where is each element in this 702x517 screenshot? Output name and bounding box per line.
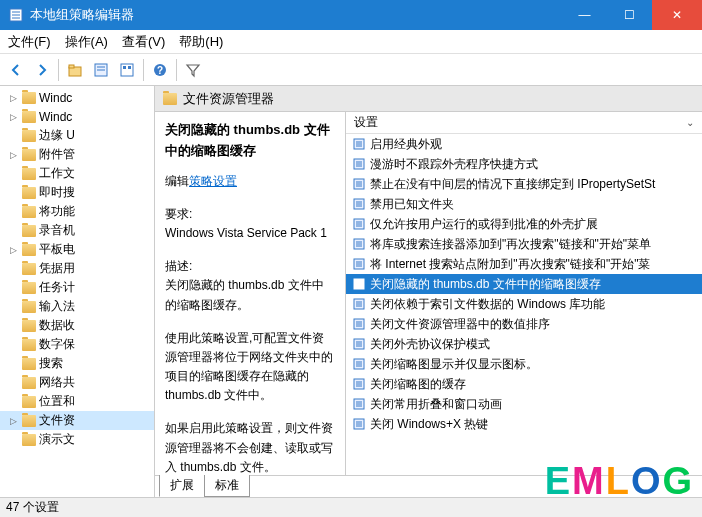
- setting-item[interactable]: 禁用已知文件夹: [346, 194, 702, 214]
- tree-item[interactable]: 边缘 U: [0, 126, 154, 145]
- tree-item[interactable]: 将功能: [0, 202, 154, 221]
- expander-icon[interactable]: [8, 225, 19, 236]
- tree-item[interactable]: 输入法: [0, 297, 154, 316]
- expander-icon[interactable]: [8, 282, 19, 293]
- folder-icon: [22, 358, 36, 370]
- expander-icon[interactable]: [8, 301, 19, 312]
- setting-item[interactable]: 关闭隐藏的 thumbs.db 文件中的缩略图缓存: [346, 274, 702, 294]
- tree-item[interactable]: 工作文: [0, 164, 154, 183]
- folder-icon: [22, 434, 36, 446]
- tree-item-label: 位置和: [39, 393, 75, 410]
- folder-icon: [22, 244, 36, 256]
- expander-icon[interactable]: [8, 396, 19, 407]
- setting-label: 漫游时不跟踪外壳程序快捷方式: [370, 156, 538, 173]
- tree-pane[interactable]: ▷Windc▷Windc边缘 U▷附件管工作文即时搜将功能录音机▷平板电凭据用任…: [0, 86, 155, 497]
- close-button[interactable]: ✕: [652, 0, 702, 30]
- expander-icon[interactable]: [8, 263, 19, 274]
- tree-item-label: 演示文: [39, 431, 75, 448]
- policy-icon: [352, 217, 366, 231]
- setting-item[interactable]: 关闭外壳协议保护模式: [346, 334, 702, 354]
- setting-item[interactable]: 关闭常用折叠和窗口动画: [346, 394, 702, 414]
- svg-rect-10: [123, 66, 126, 69]
- setting-label: 关闭常用折叠和窗口动画: [370, 396, 502, 413]
- setting-item[interactable]: 将库或搜索连接器添加到"再次搜索"链接和"开始"菜单: [346, 234, 702, 254]
- tree-item[interactable]: 凭据用: [0, 259, 154, 278]
- expander-icon[interactable]: ▷: [8, 111, 19, 122]
- tree-item[interactable]: ▷Windc: [0, 88, 154, 107]
- menubar: 文件(F) 操作(A) 查看(V) 帮助(H): [0, 30, 702, 54]
- forward-button[interactable]: [30, 58, 54, 82]
- tree-item[interactable]: 数据收: [0, 316, 154, 335]
- tree-item[interactable]: ▷平板电: [0, 240, 154, 259]
- back-button[interactable]: [4, 58, 28, 82]
- export-button[interactable]: [115, 58, 139, 82]
- expander-icon[interactable]: [8, 358, 19, 369]
- settings-header[interactable]: 设置 ⌄: [346, 112, 702, 134]
- settings-list[interactable]: 启用经典外观漫游时不跟踪外壳程序快捷方式禁止在没有中间层的情况下直接绑定到 IP…: [346, 134, 702, 434]
- tree-item[interactable]: ▷文件资: [0, 411, 154, 430]
- menu-action[interactable]: 操作(A): [65, 33, 108, 51]
- tree-item[interactable]: 位置和: [0, 392, 154, 411]
- setting-label: 禁用已知文件夹: [370, 196, 454, 213]
- expander-icon[interactable]: [8, 320, 19, 331]
- svg-rect-5: [69, 65, 74, 68]
- tree-item[interactable]: 网络共: [0, 373, 154, 392]
- folder-icon: [22, 377, 36, 389]
- expander-icon[interactable]: [8, 339, 19, 350]
- menu-help[interactable]: 帮助(H): [179, 33, 223, 51]
- expander-icon[interactable]: ▷: [8, 149, 19, 160]
- setting-item[interactable]: 仅允许按用户运行的或得到批准的外壳扩展: [346, 214, 702, 234]
- tree-item[interactable]: 数字保: [0, 335, 154, 354]
- expander-icon[interactable]: [8, 168, 19, 179]
- expander-icon[interactable]: [8, 187, 19, 198]
- tab-standard[interactable]: 标准: [204, 475, 250, 497]
- tree-item-label: 数据收: [39, 317, 75, 334]
- detail-header: 文件资源管理器: [155, 86, 702, 112]
- tree-item[interactable]: ▷附件管: [0, 145, 154, 164]
- tab-extended[interactable]: 扩展: [159, 475, 205, 497]
- tree-item[interactable]: 任务计: [0, 278, 154, 297]
- tree-item-label: 将功能: [39, 203, 75, 220]
- expander-icon[interactable]: ▷: [8, 415, 19, 426]
- setting-item[interactable]: 启用经典外观: [346, 134, 702, 154]
- setting-item[interactable]: 关闭 Windows+X 热键: [346, 414, 702, 434]
- tree-item[interactable]: ▷Windc: [0, 107, 154, 126]
- tree-item[interactable]: 搜索: [0, 354, 154, 373]
- setting-item[interactable]: 漫游时不跟踪外壳程序快捷方式: [346, 154, 702, 174]
- tree-item-label: Windc: [39, 110, 72, 124]
- folder-icon: [22, 396, 36, 408]
- minimize-button[interactable]: —: [562, 0, 607, 30]
- expander-icon[interactable]: [8, 377, 19, 388]
- setting-item[interactable]: 将 Internet 搜索站点附加到"再次搜索"链接和"开始"菜: [346, 254, 702, 274]
- filter-button[interactable]: [181, 58, 205, 82]
- expander-icon[interactable]: [8, 434, 19, 445]
- setting-label: 关闭缩略图显示并仅显示图标。: [370, 356, 538, 373]
- setting-item[interactable]: 禁止在没有中间层的情况下直接绑定到 IPropertySetSt: [346, 174, 702, 194]
- edit-policy-link[interactable]: 策略设置: [189, 174, 237, 188]
- expander-icon[interactable]: [8, 206, 19, 217]
- expander-icon[interactable]: ▷: [8, 92, 19, 103]
- tree-item[interactable]: 即时搜: [0, 183, 154, 202]
- tree-item[interactable]: 演示文: [0, 430, 154, 449]
- tree-item-label: 凭据用: [39, 260, 75, 277]
- policy-icon: [352, 337, 366, 351]
- maximize-button[interactable]: ☐: [607, 0, 652, 30]
- setting-item[interactable]: 关闭文件资源管理器中的数值排序: [346, 314, 702, 334]
- toolbar: ?: [0, 54, 702, 86]
- tree-item-label: 平板电: [39, 241, 75, 258]
- folder-icon: [22, 92, 36, 104]
- up-button[interactable]: [63, 58, 87, 82]
- setting-item[interactable]: 关闭缩略图的缓存: [346, 374, 702, 394]
- setting-item[interactable]: 关闭缩略图显示并仅显示图标。: [346, 354, 702, 374]
- folder-icon: [22, 168, 36, 180]
- tree-item[interactable]: 录音机: [0, 221, 154, 240]
- expander-icon[interactable]: [8, 130, 19, 141]
- folder-icon: [22, 149, 36, 161]
- expander-icon[interactable]: ▷: [8, 244, 19, 255]
- properties-button[interactable]: [89, 58, 113, 82]
- help-button[interactable]: ?: [148, 58, 172, 82]
- setting-item[interactable]: 关闭依赖于索引文件数据的 Windows 库功能: [346, 294, 702, 314]
- tree-item-label: 即时搜: [39, 184, 75, 201]
- menu-view[interactable]: 查看(V): [122, 33, 165, 51]
- menu-file[interactable]: 文件(F): [8, 33, 51, 51]
